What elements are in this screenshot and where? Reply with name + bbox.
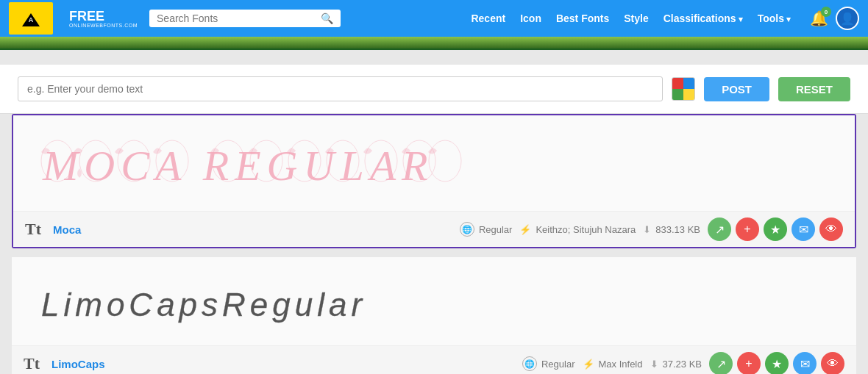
user-avatar[interactable]: 👤 (836, 7, 859, 30)
message-button-limocaps[interactable]: ✉ (793, 352, 817, 374)
font-size-label-limocaps: 37.23 KB (663, 359, 702, 370)
message-button-moca[interactable]: ✉ (791, 217, 815, 241)
logo-text: FREE ONLINEWEBFONTS.COM (69, 10, 138, 28)
logo-free-text: FREE (69, 10, 104, 23)
font-cards: MOCA REGULAR (0, 114, 868, 374)
share-button-limocaps[interactable]: ↗ (709, 352, 733, 374)
font-style-label-limocaps: Regular (541, 359, 575, 370)
main-nav: Recent Icon Best Fonts Style Classificat… (471, 12, 791, 24)
nav-classifications[interactable]: Classifications (664, 12, 743, 24)
svg-point-11 (429, 140, 461, 181)
nav-recent[interactable]: Recent (471, 12, 505, 24)
notification-badge: 0 (821, 7, 831, 17)
add-button-moca[interactable]: + (736, 217, 759, 241)
color-red (672, 78, 683, 89)
post-button[interactable]: POST (704, 77, 769, 101)
tt-icon-moca: Tt (25, 220, 41, 239)
font-size-limocaps: ⬇ 37.23 KB (650, 359, 702, 370)
lightning-icon-moca: ⚡ (519, 224, 531, 235)
font-card-limocaps: LimoCapsRegular Tt LimoCaps 🌐 Regular ⚡ … (12, 257, 856, 374)
font-style-moca: 🌐 Regular (460, 222, 513, 237)
svg-text:MOCA REGULAR: MOCA REGULAR (42, 142, 434, 190)
font-meta-right-moca: 🌐 Regular ⚡ Keithzo; Situjuh Nazara ⬇ 83… (460, 217, 843, 241)
eye-button-moca[interactable]: 👁 (819, 217, 843, 241)
lightning-icon-limocaps: ⚡ (583, 359, 594, 370)
color-blue (683, 78, 694, 89)
color-yellow (683, 89, 694, 100)
nav-best-fonts[interactable]: Best Fonts (556, 12, 609, 24)
share-button-moca[interactable]: ↗ (708, 217, 731, 241)
font-author-label-moca: Keithzo; Situjuh Nazara (536, 224, 636, 235)
globe-icon-limocaps: 🌐 (522, 356, 537, 371)
font-name-limocaps[interactable]: LimoCaps (51, 358, 105, 370)
header-icons: 🔔 0 👤 (810, 7, 859, 30)
font-card-moca: MOCA REGULAR (12, 114, 856, 248)
download-icon-moca: ⬇ (643, 224, 651, 235)
tt-icon-limocaps: Tt (24, 354, 40, 373)
reset-button[interactable]: RESET (778, 77, 850, 101)
nav-tools[interactable]: Tools (758, 12, 791, 24)
star-button-limocaps[interactable]: ★ (765, 352, 789, 374)
grey-spacer (0, 50, 868, 65)
font-author-label-limocaps: Max Infeld (599, 359, 643, 370)
font-meta-moca: Tt Moca 🌐 Regular ⚡ Keithzo; Situjuh Naz… (13, 211, 855, 247)
logo[interactable]: A (9, 2, 53, 35)
notification-button[interactable]: 🔔 0 (810, 10, 828, 27)
demo-text-input[interactable] (18, 76, 663, 101)
font-name-moca[interactable]: Moca (53, 223, 81, 236)
font-style-limocaps: 🌐 Regular (522, 356, 575, 371)
font-meta-limocaps: Tt LimoCaps 🌐 Regular ⚡ Max Infeld ⬇ 37.… (12, 345, 856, 374)
logo-a: A (29, 16, 34, 24)
globe-icon-moca: 🌐 (460, 222, 474, 237)
search-input[interactable] (157, 12, 315, 24)
color-picker[interactable] (672, 77, 695, 101)
eye-button-limocaps[interactable]: 👁 (821, 352, 844, 374)
green-bar (0, 37, 868, 50)
action-btns-limocaps: ↗ + ★ ✉ 👁 (709, 352, 844, 374)
svg-text:LimoCapsRegular: LimoCapsRegular (41, 287, 366, 323)
color-green (672, 89, 683, 100)
limocaps-preview-svg: LimoCapsRegular (34, 272, 608, 331)
font-size-label-moca: 833.13 KB (655, 224, 700, 235)
add-button-limocaps[interactable]: + (737, 352, 761, 374)
demo-bar: POST RESET (0, 65, 868, 114)
font-preview-moca: MOCA REGULAR (13, 115, 855, 211)
nav-icon[interactable]: Icon (520, 12, 541, 24)
moca-preview-svg: MOCA REGULAR (35, 130, 462, 196)
download-icon-limocaps: ⬇ (650, 359, 658, 370)
star-button-moca[interactable]: ★ (764, 217, 787, 241)
font-preview-limocaps: LimoCapsRegular (12, 257, 856, 345)
font-author-limocaps: ⚡ Max Infeld (583, 359, 643, 370)
nav-style[interactable]: Style (624, 12, 648, 24)
header: A FREE ONLINEWEBFONTS.COM 🔍 Recent Icon … (0, 0, 868, 37)
logo-subtext: ONLINEWEBFONTS.COM (69, 23, 138, 28)
font-meta-right-limocaps: 🌐 Regular ⚡ Max Infeld ⬇ 37.23 KB ↗ + ★ … (522, 352, 844, 374)
font-style-label-moca: Regular (479, 224, 513, 235)
search-box: 🔍 (149, 10, 341, 27)
font-size-moca: ⬇ 833.13 KB (643, 224, 700, 235)
action-btns-moca: ↗ + ★ ✉ 👁 (708, 217, 843, 241)
font-author-moca: ⚡ Keithzo; Situjuh Nazara (519, 224, 636, 235)
search-button[interactable]: 🔍 (321, 12, 333, 24)
